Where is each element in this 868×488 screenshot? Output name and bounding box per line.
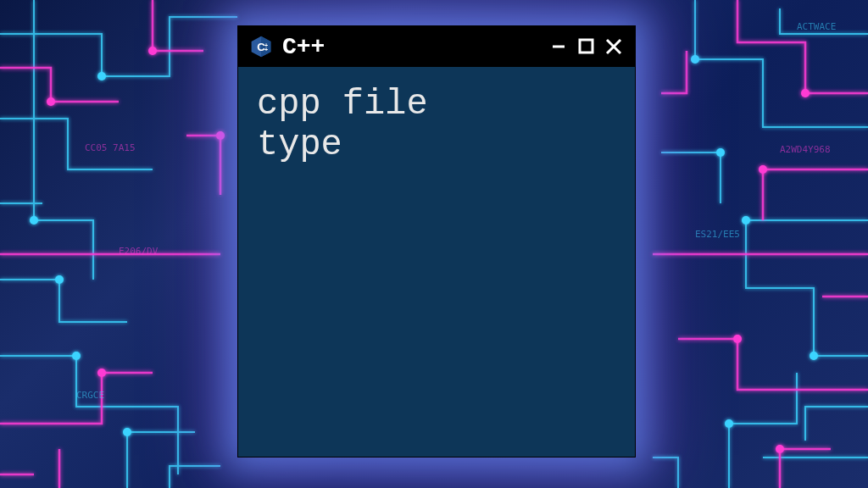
svg-point-6 [123, 428, 131, 436]
svg-point-9 [716, 148, 725, 157]
svg-point-14 [759, 165, 767, 174]
svg-text:ES21/EE5: ES21/EE5 [695, 229, 740, 240]
svg-point-15 [148, 47, 157, 55]
minimize-button[interactable] [548, 36, 570, 58]
window-title: C++ [282, 34, 540, 60]
svg-text:A2WD4Y968: A2WD4Y968 [780, 144, 831, 155]
svg-point-16 [216, 131, 225, 140]
svg-point-3 [742, 216, 750, 225]
svg-text:CRGCE: CRGCE [76, 390, 104, 401]
svg-point-4 [691, 55, 699, 64]
titlebar[interactable]: C + + C++ [238, 26, 635, 67]
svg-point-11 [97, 369, 106, 377]
window-content-text: cpp file type [238, 67, 635, 457]
svg-point-10 [47, 97, 55, 106]
svg-point-7 [810, 352, 818, 360]
svg-text:ACTWACE: ACTWACE [797, 21, 836, 32]
svg-point-17 [776, 445, 784, 453]
svg-text:+: + [264, 47, 268, 53]
svg-point-8 [55, 275, 64, 284]
svg-text:E206/DV: E206/DV [119, 246, 159, 257]
app-window: C + + C++ cpp file type [237, 25, 636, 458]
maximize-button[interactable] [576, 36, 598, 58]
svg-text:CC05 7A15: CC05 7A15 [85, 142, 136, 153]
svg-point-5 [725, 419, 733, 428]
svg-point-0 [30, 216, 38, 225]
svg-point-1 [97, 72, 106, 80]
close-button[interactable] [603, 36, 625, 58]
svg-point-2 [72, 352, 81, 360]
svg-point-13 [801, 89, 810, 97]
cpp-logo-icon: C + + [248, 34, 274, 59]
svg-rect-30 [580, 40, 593, 53]
window-controls [548, 36, 625, 58]
svg-point-12 [733, 335, 742, 343]
